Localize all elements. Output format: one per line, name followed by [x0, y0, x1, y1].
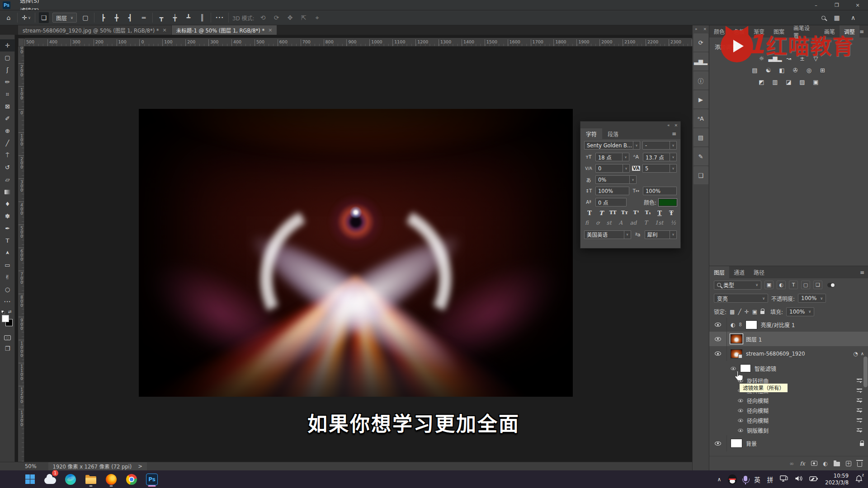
qq-icon[interactable]: [728, 474, 737, 484]
filter-blend-options-icon[interactable]: [857, 418, 862, 422]
align-top-icon[interactable]: ┳: [156, 12, 166, 23]
align-bottom-icon[interactable]: ┻: [184, 12, 193, 23]
filter-toggle[interactable]: [827, 283, 835, 287]
layer-row-layer1[interactable]: 图层 1: [709, 332, 868, 346]
visibility-eye-icon[interactable]: [738, 399, 743, 402]
smart-filter-row-twirl-1[interactable]: 旋转扭曲: [709, 375, 868, 385]
all-caps-icon[interactable]: TT: [609, 210, 618, 216]
baseline-shift-field[interactable]: 0 点: [595, 198, 627, 206]
filter-pixel-layers-icon[interactable]: ▣: [764, 281, 774, 289]
microphone-icon[interactable]: [744, 476, 747, 481]
visibility-eye-icon[interactable]: [715, 323, 721, 327]
align-center-h-icon[interactable]: ╋: [112, 12, 122, 23]
lock-all-icon[interactable]: [760, 311, 764, 314]
search-icon[interactable]: [821, 16, 826, 20]
ot-ligatures-icon[interactable]: fi: [585, 220, 589, 226]
threshold-icon[interactable]: ◪: [783, 77, 794, 87]
align-right-icon[interactable]: ┫: [125, 12, 135, 23]
auto-select-scope-dropdown[interactable]: 图层∨: [52, 13, 77, 23]
edge-app[interactable]: [64, 472, 77, 487]
screen-mode-button[interactable]: ❐: [0, 343, 15, 354]
black-white-icon[interactable]: ◧: [777, 65, 788, 75]
minimize-button[interactable]: –: [806, 0, 826, 10]
smart-filter-row-radial-blur-2[interactable]: 径向模糊: [709, 405, 868, 415]
language-dropdown[interactable]: 美国英语∨: [584, 230, 631, 239]
ot-titling-ic[interactable]: T: [644, 220, 647, 226]
ot-fractions-icon[interactable]: ½: [670, 220, 676, 226]
3d-scale-icon[interactable]: ⌖: [312, 12, 322, 23]
file-explorer-app[interactable]: [85, 472, 97, 487]
clock[interactable]: 10:59 2023/3/8: [825, 473, 849, 486]
smart-filter-row-radial-blur-1[interactable]: 径向模糊: [709, 395, 868, 405]
start-button[interactable]: [24, 472, 36, 487]
visibility-eye-icon[interactable]: [715, 337, 721, 341]
filter-blend-options-icon[interactable]: [857, 408, 862, 413]
3d-pan-icon[interactable]: ✥: [285, 12, 295, 23]
faux-bold-icon[interactable]: T: [585, 210, 594, 216]
collapse-panel-icon[interactable]: «: [667, 123, 670, 127]
close-dock-icon[interactable]: ×: [703, 27, 707, 31]
anti-alias-dropdown[interactable]: 犀利∨: [645, 230, 677, 239]
lock-artboard-icon[interactable]: ▣: [752, 309, 757, 315]
collapse-filters-icon[interactable]: ∧: [861, 351, 864, 356]
vertical-scale-field[interactable]: 100%: [595, 187, 629, 195]
panel-menu-icon[interactable]: ≡: [859, 28, 868, 35]
small-caps-icon[interactable]: Tᴛ: [620, 210, 629, 216]
filter-shape-layers-icon[interactable]: ▢: [801, 281, 810, 289]
visibility-eye-icon[interactable]: [738, 428, 743, 432]
3d-slide-icon[interactable]: ⇱: [299, 12, 309, 23]
notification-bell-icon[interactable]: z: [855, 475, 863, 484]
add-mask-icon[interactable]: [811, 461, 817, 466]
strikethrough-icon[interactable]: Ŧ: [667, 210, 676, 216]
speaker-icon[interactable]: [795, 475, 802, 483]
vertical-ruler[interactable]: 3002001000100200300400500600700800900100…: [18, 47, 24, 462]
lock-position-icon[interactable]: ✛: [745, 309, 749, 315]
document-tab-stream[interactable]: stream-5680609_1920.jpg @ 50% (图层 1, RGB…: [18, 25, 172, 35]
layer-row-smart-filters-mask[interactable]: 智能滤镜: [709, 361, 868, 375]
expand-dock-icon[interactable]: »: [695, 27, 698, 31]
more-options-icon[interactable]: •••: [215, 12, 225, 23]
smart-filter-icon[interactable]: ◔: [853, 351, 858, 357]
smart-filter-row-radial-blur-3[interactable]: 径向模糊: [709, 415, 868, 425]
color-balance-icon[interactable]: ☯: [763, 65, 774, 75]
opacity-field[interactable]: 100%∨: [798, 294, 826, 303]
photoshop-app[interactable]: Ps: [146, 472, 158, 487]
ruler-origin-corner[interactable]: [18, 38, 24, 47]
zoom-level[interactable]: 50%: [25, 463, 37, 469]
background-thumbnail[interactable]: [731, 439, 742, 448]
posterize-icon[interactable]: ▥: [770, 77, 781, 87]
canvas-image[interactable]: [139, 109, 573, 397]
tab-close-icon[interactable]: ×: [163, 27, 167, 33]
new-group-icon[interactable]: [834, 462, 840, 466]
tab-layers[interactable]: 图层: [709, 266, 729, 278]
language-indicator-pinyin[interactable]: 拼: [767, 475, 774, 484]
visibility-eye-icon[interactable]: [738, 408, 743, 412]
expand-panels-icon[interactable]: ∧: [848, 12, 858, 23]
status-chevron-icon[interactable]: >: [138, 463, 142, 469]
chrome-app[interactable]: [125, 472, 138, 487]
document-tab-untitled[interactable]: 未标题-1 @ 50% (图层 1, RGB/8*) * ×: [172, 25, 278, 35]
tray-expand-icon[interactable]: ∧: [717, 476, 722, 483]
filter-blend-options-icon[interactable]: [857, 428, 862, 432]
panel-menu-icon[interactable]: ≡: [860, 269, 868, 276]
foreground-color-swatch[interactable]: [2, 315, 9, 322]
filter-type-layers-icon[interactable]: T: [789, 281, 798, 289]
language-indicator-en[interactable]: 英: [754, 475, 760, 484]
lock-pixels-icon[interactable]: ╱: [738, 309, 741, 315]
text-color-swatch[interactable]: [659, 199, 677, 206]
color-lookup-icon[interactable]: ⊞: [817, 65, 828, 75]
layer-effects-icon[interactable]: fx: [800, 460, 805, 467]
layer-mask-thumbnail[interactable]: [745, 320, 757, 329]
font-size-field[interactable]: 18 点∨: [595, 153, 629, 161]
new-layer-icon[interactable]: +: [846, 461, 851, 466]
align-left-icon[interactable]: ┣: [98, 12, 108, 23]
display-icon[interactable]: [780, 475, 788, 483]
tab-channels[interactable]: 通道: [729, 266, 749, 278]
visibility-eye-icon[interactable]: [715, 352, 721, 356]
gradient-map-icon[interactable]: ▨: [797, 77, 808, 87]
horizontal-scale-field[interactable]: 100%: [643, 187, 677, 195]
horizontal-ruler[interactable]: 5004003002001000100200300400500600700800…: [24, 38, 692, 47]
invert-icon[interactable]: ◩: [756, 77, 767, 87]
tracking-field[interactable]: 5∨: [642, 164, 677, 173]
visibility-eye-icon[interactable]: [738, 418, 743, 422]
